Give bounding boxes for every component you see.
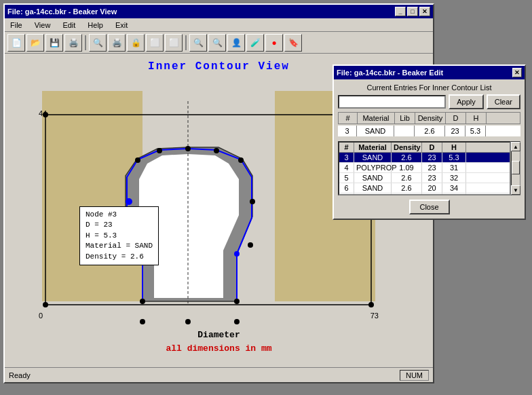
- menu-edit[interactable]: Edit: [60, 20, 78, 31]
- toolbar-new[interactable]: 📄: [7, 34, 25, 52]
- clear-button[interactable]: Clear: [487, 94, 520, 109]
- row4-density: 2.6: [392, 193, 422, 195]
- node-bot-center[interactable]: [185, 319, 191, 324]
- apply-button[interactable]: Apply: [449, 94, 484, 109]
- dialog-title: File: ga-14cc.bkr - Beaker Edit: [337, 69, 443, 77]
- current-entry-row: 3 SAND 2.6 23 5.3: [338, 126, 520, 137]
- toolbar-lock[interactable]: 🔒: [127, 34, 145, 52]
- toolbar-bookmark[interactable]: 🔖: [284, 34, 302, 52]
- row3-density: 2.6: [392, 183, 422, 193]
- dialog-close-x-button[interactable]: ✕: [512, 68, 522, 77]
- list-item[interactable]: 5 SAND 2.6 23 32: [339, 173, 510, 183]
- toolbar-user[interactable]: 👤: [227, 34, 245, 52]
- toolbar-box2[interactable]: ⬜: [165, 34, 183, 52]
- toolbar-red[interactable]: ●: [265, 34, 283, 52]
- menu-view[interactable]: View: [32, 20, 54, 31]
- dialog-title-bar: File: ga-14cc.bkr - Beaker Edit ✕: [334, 66, 525, 79]
- selected-node[interactable]: [126, 198, 132, 205]
- node-h: H = 5.3: [86, 231, 153, 241]
- row1-num: 4: [339, 163, 354, 172]
- list-item[interactable]: 3 SAND 2.6 23 5.3: [339, 153, 510, 163]
- maximize-button[interactable]: □: [407, 7, 418, 16]
- close-button[interactable]: ✕: [419, 7, 430, 16]
- list-col-density: Density: [392, 143, 422, 152]
- beaker-edit-dialog: File: ga-14cc.bkr - Beaker Edit ✕ Curren…: [332, 64, 526, 220]
- list-item[interactable]: 7 SAND 2.6 12 35.5: [339, 193, 510, 195]
- toolbar-zoomin[interactable]: 🔍: [189, 34, 207, 52]
- menu-help[interactable]: Help: [85, 20, 106, 31]
- current-num: 3: [338, 126, 357, 136]
- scroll-thumb[interactable]: [512, 161, 520, 174]
- list-wrapper: # Material Density D H 3 SAND 2.6 23 5.3…: [338, 141, 520, 195]
- scroll-up-arrow[interactable]: ▲: [511, 142, 520, 151]
- node-10[interactable]: [234, 299, 240, 304]
- list-item[interactable]: 6 SAND 2.6 20 34: [339, 183, 510, 193]
- list-col-material: Material: [354, 143, 392, 152]
- toolbar: 📄 📂 💾 🖨️ 🔍 🖨️ 🔒 ⬜ ⬜ 🔍 🔍 👤 🧪 ● 🔖: [5, 32, 433, 54]
- node-6[interactable]: [214, 148, 219, 153]
- toolbar-print[interactable]: 🖨️: [64, 34, 82, 52]
- corner-bl: [43, 302, 48, 307]
- corner-br: [368, 302, 374, 307]
- scroll-down-arrow[interactable]: ▼: [511, 185, 520, 195]
- list-item[interactable]: 4 POLYPROP 1.09 23 31: [339, 163, 510, 173]
- current-lib: [394, 126, 415, 136]
- selected-node-3[interactable]: [234, 251, 240, 257]
- node-5[interactable]: [157, 148, 162, 153]
- node-bot-left[interactable]: [140, 319, 145, 324]
- row0-density: 2.6: [392, 153, 422, 162]
- current-entry-header: # Material Lib Density D H: [338, 112, 520, 124]
- node-7[interactable]: [238, 157, 244, 163]
- minimize-button[interactable]: _: [395, 7, 406, 16]
- menu-exit[interactable]: Exit: [113, 20, 130, 31]
- status-num: NUM: [400, 370, 429, 381]
- toolbar-save[interactable]: 💾: [45, 34, 63, 52]
- toolbar-zoom[interactable]: 🔍: [89, 34, 107, 52]
- row3-material: SAND: [354, 183, 392, 193]
- node-8[interactable]: [250, 199, 255, 204]
- toolbar-open[interactable]: 📂: [26, 34, 44, 52]
- toolbar-zoomout[interactable]: 🔍: [208, 34, 226, 52]
- toolbar-flask[interactable]: 🧪: [246, 34, 264, 52]
- row4-num: 7: [339, 193, 354, 195]
- axis-44: 44: [39, 109, 47, 117]
- node-d: D = 23: [86, 220, 153, 230]
- main-window-title: File: ga-14cc.bkr - Beaker View: [7, 7, 117, 16]
- row2-density: 2.6: [392, 173, 422, 183]
- row1-material: POLYPROP: [354, 163, 392, 172]
- dialog-text-input[interactable]: [338, 95, 446, 109]
- node-info-box: Node #3 D = 23 H = 5.3 Material = SAND D…: [79, 206, 159, 265]
- node-4[interactable]: [135, 157, 140, 163]
- node-material: Material = SAND: [86, 241, 153, 251]
- row1-d: 23: [422, 163, 442, 172]
- close-button[interactable]: Close: [409, 200, 450, 214]
- list-header: # Material Density D H: [339, 143, 510, 153]
- node-bot-right[interactable]: [234, 319, 240, 324]
- toolbar-box1[interactable]: ⬜: [146, 34, 164, 52]
- toolbar-sep1: [85, 35, 86, 50]
- row0-num: 3: [339, 153, 354, 162]
- row0-d: 23: [422, 153, 442, 162]
- col-header-d: D: [446, 113, 466, 124]
- row2-d: 23: [422, 173, 442, 183]
- list-container[interactable]: # Material Density D H 3 SAND 2.6 23 5.3…: [338, 141, 511, 195]
- row4-d: 12: [422, 193, 442, 195]
- node-9[interactable]: [248, 242, 253, 248]
- toolbar-print2[interactable]: 🖨️: [108, 34, 126, 52]
- row1-density: 1.09: [392, 163, 422, 172]
- row2-h: 32: [442, 173, 466, 183]
- col-header-density: Density: [415, 113, 446, 124]
- col-header-num: #: [339, 113, 358, 124]
- menu-file[interactable]: File: [7, 20, 25, 31]
- title-bar-buttons: _ □ ✕: [395, 7, 430, 16]
- dialog-content: Current Entries For Inner Contour List A…: [334, 79, 525, 219]
- node-top-center[interactable]: [185, 146, 191, 151]
- main-title-bar: File: ga-14cc.bkr - Beaker View _ □ ✕: [5, 5, 433, 18]
- dimensions-label: all dimensions in mm: [166, 343, 271, 354]
- node-1[interactable]: [140, 299, 145, 304]
- scrollbar-v[interactable]: ▲ ▼: [511, 141, 520, 195]
- row3-num: 6: [339, 183, 354, 193]
- menu-bar: File View Edit Help Exit: [5, 18, 433, 32]
- current-d: 23: [445, 126, 466, 136]
- col-header-material: Material: [358, 113, 395, 124]
